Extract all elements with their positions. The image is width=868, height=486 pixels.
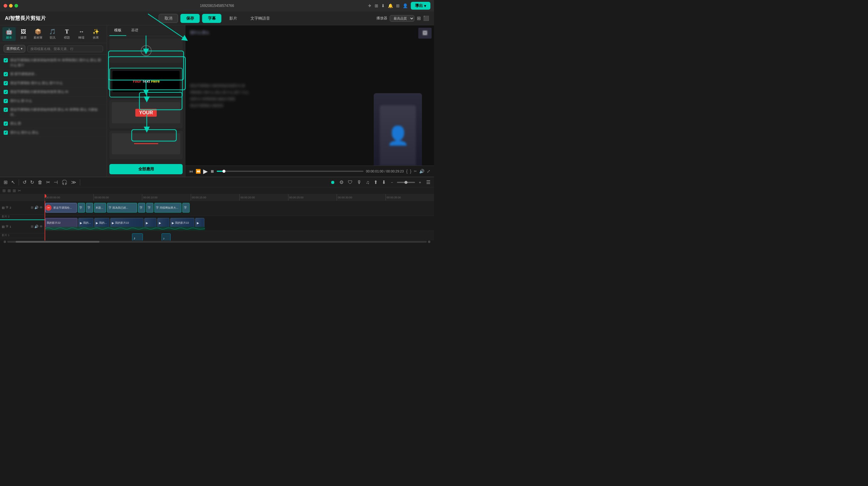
list-item[interactable]: 那这节课我给大家讲讲如何使用 那么 AI 来帮助 那么 大家如何...: [0, 105, 107, 119]
checkbox-7[interactable]: [4, 121, 8, 126]
fullscreen-icon[interactable]: ⬛: [423, 16, 429, 21]
scrollbar-track[interactable]: [7, 241, 427, 243]
subtitle-clip-2[interactable]: 字: [78, 203, 85, 213]
add-track-3-icon[interactable]: ⊞: [13, 188, 16, 193]
track2-icon1[interactable]: ⊞: [31, 206, 33, 210]
checkbox-1[interactable]: [4, 58, 8, 62]
bracket-left-button[interactable]: {: [406, 169, 408, 174]
tool-title[interactable]: T 標題: [60, 27, 73, 41]
add-track-4-icon[interactable]: ✂: [18, 188, 21, 193]
music-clip-1[interactable]: ♪: [132, 233, 143, 241]
bracket-right-button[interactable]: }: [410, 169, 411, 174]
grid-icon[interactable]: ⊞: [375, 3, 378, 8]
video-clip-5[interactable]: ▶: [144, 218, 156, 227]
select-mode-dropdown[interactable]: 選擇模式 ▾: [4, 45, 25, 53]
list-item[interactable]: 那么 那: [0, 119, 107, 128]
cancel-button[interactable]: 取消: [159, 14, 178, 23]
music-icon[interactable]: ♫: [365, 179, 371, 186]
subtitle-clip-7[interactable]: 字: [146, 203, 153, 213]
cursor-icon[interactable]: ↖: [10, 179, 16, 186]
list-item[interactable]: 那什么 那 什么: [0, 96, 107, 105]
add-track-1-icon[interactable]: ⊞: [2, 188, 6, 193]
bell-icon[interactable]: 🔔: [388, 3, 393, 8]
scissors-icon[interactable]: ✂: [45, 179, 51, 186]
tool-audio[interactable]: 🎵 音訊: [46, 27, 59, 41]
video-clip-4[interactable]: ▶ 我的影片22: [110, 218, 144, 227]
video-clip-7[interactable]: ▶ 我的影片22: [170, 218, 194, 227]
apply-all-button[interactable]: 全部應用: [110, 164, 183, 174]
adjust-icon[interactable]: ⚙: [338, 179, 345, 186]
subtitle-clip-3[interactable]: 字: [86, 203, 93, 213]
import-small-icon[interactable]: ⬇: [381, 179, 387, 186]
save-button[interactable]: 保存: [181, 14, 200, 23]
list-item[interactable]: 那这节课我给大家讲讲如何使用 AI 来帮助我们 那什么 那么 那 什么 那个: [0, 56, 107, 70]
video-clip-6[interactable]: ▶: [157, 218, 169, 227]
film-tab[interactable]: 影片: [224, 14, 243, 23]
close-button[interactable]: [4, 4, 7, 7]
split-icon[interactable]: ⊣: [53, 179, 59, 186]
template-tab[interactable]: 模板: [110, 25, 126, 36]
grid-view-icon[interactable]: ⊞: [417, 16, 421, 21]
zoom-slider[interactable]: [397, 182, 415, 183]
video-clip-main[interactable]: 我的影片22: [45, 218, 78, 227]
search-input[interactable]: [27, 45, 103, 52]
export-button[interactable]: 導出 ▾: [411, 2, 430, 10]
step-back-button[interactable]: ⏪: [195, 169, 201, 174]
fullscreen-button[interactable]: ⤢: [427, 169, 430, 174]
track2-visibility[interactable]: 👁: [39, 206, 43, 210]
audio-split-icon[interactable]: 🎧: [60, 179, 69, 186]
shield-icon[interactable]: 🛡: [347, 179, 354, 186]
subtitle-clip-6[interactable]: 字: [138, 203, 145, 213]
tool-media[interactable]: 🖼 媒體: [17, 27, 30, 41]
list-item[interactable]: 那这节课我给 那什么 那么 那个什么: [0, 79, 107, 88]
tool-filter[interactable]: 🔲 濾鏡: [104, 27, 107, 41]
stop-button[interactable]: ⏹: [210, 169, 214, 174]
tool-effects[interactable]: ✨ 效果: [89, 27, 102, 41]
export-small-icon[interactable]: ⬆: [373, 179, 379, 186]
music-clip-2[interactable]: ♪: [161, 233, 170, 241]
prev-frame-button[interactable]: ⏮: [189, 169, 193, 174]
checkbox-5[interactable]: [4, 99, 8, 103]
no-subtitle-template[interactable]: ∅: [110, 39, 183, 63]
track1-visibility[interactable]: 👁: [39, 224, 43, 229]
windows-icon[interactable]: ⊞: [396, 3, 400, 8]
redo-icon[interactable]: ↻: [29, 179, 35, 186]
transcription-tab[interactable]: 文字轉語音: [245, 14, 276, 23]
video-clip-8[interactable]: ▶: [195, 218, 204, 227]
scroll-right-dot[interactable]: [428, 241, 430, 243]
track1-icon2[interactable]: 🔊: [34, 224, 38, 229]
track2-icon2[interactable]: 🔊: [34, 206, 38, 210]
scroll-left-dot[interactable]: [4, 241, 6, 243]
volume-button[interactable]: 🔊: [419, 169, 424, 174]
more-icon[interactable]: ≫: [70, 179, 78, 186]
subtitle-clip-9[interactable]: 字: [182, 203, 190, 213]
zoom-out-icon[interactable]: －: [389, 179, 395, 186]
subtitle-clip-5[interactable]: 字 因為我已經...: [107, 203, 137, 213]
download-icon[interactable]: ⬇: [381, 3, 385, 8]
play-button[interactable]: ▶: [203, 168, 208, 175]
delete-icon[interactable]: 🗑: [36, 179, 44, 186]
subtitle-clip-1[interactable]: ✂ 那这节课我给...: [45, 203, 77, 213]
basic-tab[interactable]: 基礎: [126, 25, 143, 36]
maximize-button[interactable]: [14, 4, 18, 7]
subtitle-clip-8[interactable]: 字 同樣啊如果大...: [154, 203, 181, 213]
video-clip-3[interactable]: ▶ 我的...: [94, 218, 110, 227]
zoom-in-icon[interactable]: ＋: [417, 179, 423, 186]
avatar[interactable]: 👤: [403, 3, 408, 8]
minimize-button[interactable]: [9, 4, 13, 7]
checkbox-3[interactable]: [4, 81, 8, 85]
settings-icon[interactable]: ☰: [425, 179, 432, 186]
tool-assets[interactable]: 📦 素材庫: [31, 27, 44, 41]
subtitle-template-selected[interactable]: Your Text Here: [110, 68, 183, 98]
scrubber[interactable]: [217, 171, 364, 172]
tool-transition[interactable]: ↔ 轉場: [75, 27, 88, 41]
checkbox-6[interactable]: [4, 108, 8, 112]
rec-icon[interactable]: ⏺: [329, 179, 336, 186]
subtitle-template-2[interactable]: YOUR: [110, 100, 183, 128]
tool-script[interactable]: 🤖 腳本: [2, 27, 16, 41]
subtitle-tab[interactable]: 字幕: [202, 14, 221, 23]
list-item[interactable]: 那什么 那什么 那么: [0, 128, 107, 137]
mic-icon[interactable]: 🎙: [355, 179, 363, 186]
timeline-scrollbar[interactable]: [0, 241, 434, 243]
crop-button[interactable]: ✂: [414, 169, 417, 173]
